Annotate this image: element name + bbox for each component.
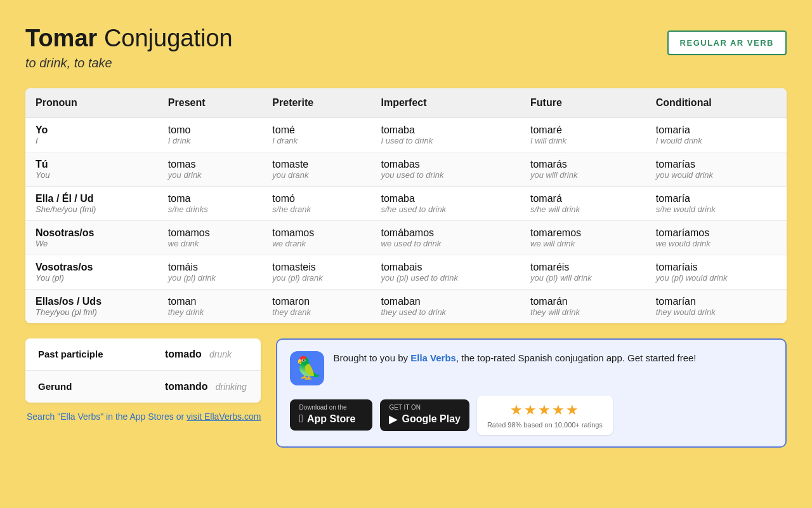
col-header-future: Future bbox=[520, 88, 646, 118]
conj-sub: we used to drink bbox=[381, 239, 511, 248]
table-row: Ella / Él / UdShe/he/you (fml)tomas/he d… bbox=[25, 186, 787, 220]
conj-sub: s/he used to drink bbox=[381, 204, 511, 214]
table-cell: tomamoswe drank bbox=[262, 220, 370, 255]
past-participle-value: tomado drunk bbox=[152, 338, 261, 371]
page-subtitle: to drink, to take bbox=[25, 56, 233, 70]
conj-sub: s/he drank bbox=[272, 204, 360, 214]
gerund-label: Gerund bbox=[25, 370, 152, 403]
promo-top: 🦜 Brought to you by Ella Verbs, the top-… bbox=[290, 351, 773, 385]
table-header-row: Pronoun Present Preterite Imperfect Futu… bbox=[25, 88, 787, 118]
pronoun-sub: They/you (pl fml) bbox=[36, 307, 148, 317]
conj-main: tomábamos bbox=[381, 227, 511, 239]
table-cell: toméI drank bbox=[262, 117, 370, 152]
conj-main: tomó bbox=[272, 193, 360, 204]
conj-main: tomas bbox=[168, 159, 252, 170]
conj-main: tomaríais bbox=[656, 262, 776, 273]
conj-main: tomaban bbox=[381, 296, 511, 307]
pronoun-main: Tú bbox=[36, 159, 148, 170]
page-header: Tomar Conjugation to drink, to take REGU… bbox=[25, 25, 787, 70]
pronoun-main: Vosotras/os bbox=[36, 262, 148, 273]
conj-sub: s/he would drink bbox=[656, 204, 776, 214]
conj-main: tomará bbox=[530, 193, 636, 204]
conj-main: tomaba bbox=[381, 124, 511, 136]
conj-sub: I used to drink bbox=[381, 136, 511, 145]
table-cell: tomaríaI would drink bbox=[646, 117, 787, 152]
star-rating: ★★★★★ bbox=[510, 402, 580, 418]
table-row: TúYoutomasyou drinktomasteyou dranktomab… bbox=[25, 152, 787, 186]
conj-main: tomamos bbox=[168, 227, 252, 239]
bottom-section: Past participle tomado drunk Gerund toma… bbox=[25, 338, 787, 448]
table-row: YoItomoI drinktoméI dranktomabaI used to… bbox=[25, 117, 787, 152]
conj-main: tomamos bbox=[272, 227, 360, 239]
pronoun-main: Nosotras/os bbox=[36, 227, 148, 239]
conj-main: tomáis bbox=[168, 262, 252, 273]
app-store-button[interactable]: Download on the  App Store bbox=[290, 399, 372, 431]
participle-table: Past participle tomado drunk Gerund toma… bbox=[25, 338, 261, 403]
conj-sub: s/he drinks bbox=[168, 204, 252, 214]
table-cell: Ella / Él / UdShe/he/you (fml) bbox=[25, 186, 158, 220]
title-block: Tomar Conjugation to drink, to take bbox=[25, 25, 233, 70]
participle-table-wrapper: Past participle tomado drunk Gerund toma… bbox=[25, 338, 261, 403]
conj-sub: we would drink bbox=[656, 239, 776, 248]
conj-sub: I drank bbox=[272, 136, 360, 145]
conj-sub: they would drink bbox=[656, 307, 776, 317]
conj-main: tomo bbox=[168, 124, 252, 136]
table-cell: tomaríanthey would drink bbox=[646, 289, 787, 323]
table-cell: tomaréisyou (pl) will drink bbox=[520, 255, 646, 289]
ratings-box: ★★★★★ Rated 98% based on 10,000+ ratings bbox=[477, 396, 613, 435]
table-cell: Nosotras/osWe bbox=[25, 220, 158, 255]
pronoun-sub: You bbox=[36, 170, 148, 180]
conj-sub: I would drink bbox=[656, 136, 776, 145]
conj-main: tomaréis bbox=[530, 262, 636, 273]
table-cell: tomaríasyou would drink bbox=[646, 152, 787, 186]
ella-verbs-app-link[interactable]: Ella Verbs bbox=[410, 352, 456, 363]
table-cell: tomamoswe drink bbox=[158, 220, 262, 255]
pronoun-main: Yo bbox=[36, 124, 148, 136]
app-icon: 🦜 bbox=[290, 351, 324, 385]
pronoun-sub: I bbox=[36, 136, 148, 145]
app-store-main-text: App Store bbox=[307, 413, 355, 425]
google-play-icon: ▶ bbox=[389, 412, 398, 426]
google-play-button[interactable]: GET IT ON ▶ Google Play bbox=[380, 399, 469, 431]
conj-main: tomabais bbox=[381, 262, 511, 273]
conj-sub: we drank bbox=[272, 239, 360, 248]
table-cell: tomábamoswe used to drink bbox=[371, 220, 521, 255]
table-row: Vosotras/osYou (pl)tomáisyou (pl) drinkt… bbox=[25, 255, 787, 289]
conj-sub: they used to drink bbox=[381, 307, 511, 317]
conj-sub: you (pl) used to drink bbox=[381, 273, 511, 283]
gerund-value: tomando drinking bbox=[152, 370, 261, 403]
conj-main: tomarías bbox=[656, 159, 776, 170]
conj-sub: you (pl) drank bbox=[272, 273, 360, 283]
google-play-main-text: Google Play bbox=[402, 413, 460, 425]
pronoun-sub: She/he/you (fml) bbox=[36, 204, 148, 214]
past-participle-row: Past participle tomado drunk bbox=[25, 338, 261, 371]
conj-sub: you (pl) drink bbox=[168, 273, 252, 283]
participle-section: Past participle tomado drunk Gerund toma… bbox=[25, 338, 261, 422]
table-cell: tomabaI used to drink bbox=[371, 117, 521, 152]
conj-main: tomé bbox=[272, 124, 360, 136]
col-header-present: Present bbox=[158, 88, 262, 118]
conj-main: tomaría bbox=[656, 124, 776, 136]
table-cell: tomasteyou drank bbox=[262, 152, 370, 186]
col-header-conditional: Conditional bbox=[646, 88, 787, 118]
apple-icon:  bbox=[299, 412, 303, 425]
google-play-top-text: GET IT ON bbox=[389, 404, 421, 411]
col-header-imperfect: Imperfect bbox=[371, 88, 521, 118]
table-cell: tomarías/he would drink bbox=[646, 186, 787, 220]
conj-main: tomaremos bbox=[530, 227, 636, 239]
pronoun-main: Ella / Él / Ud bbox=[36, 193, 148, 204]
conj-sub: we drink bbox=[168, 239, 252, 248]
table-cell: tomabas/he used to drink bbox=[371, 186, 521, 220]
app-store-top-text: Download on the bbox=[299, 404, 346, 411]
app-promo-section: 🦜 Brought to you by Ella Verbs, the top-… bbox=[276, 338, 787, 448]
table-cell: tomaréI will drink bbox=[520, 117, 646, 152]
ella-verbs-link[interactable]: visit EllaVerbs.com bbox=[187, 411, 261, 422]
table-cell: tomaronthey drank bbox=[262, 289, 370, 323]
table-cell: tomabasyou used to drink bbox=[371, 152, 521, 186]
conj-main: tomarás bbox=[530, 159, 636, 170]
past-participle-label: Past participle bbox=[25, 338, 152, 371]
table-row: Ellas/os / UdsThey/you (pl fml)tomanthey… bbox=[25, 289, 787, 323]
table-cell: tomabanthey used to drink bbox=[371, 289, 521, 323]
verb-type-badge: REGULAR AR VERB bbox=[667, 30, 787, 55]
conj-sub: you (pl) will drink bbox=[530, 273, 636, 283]
